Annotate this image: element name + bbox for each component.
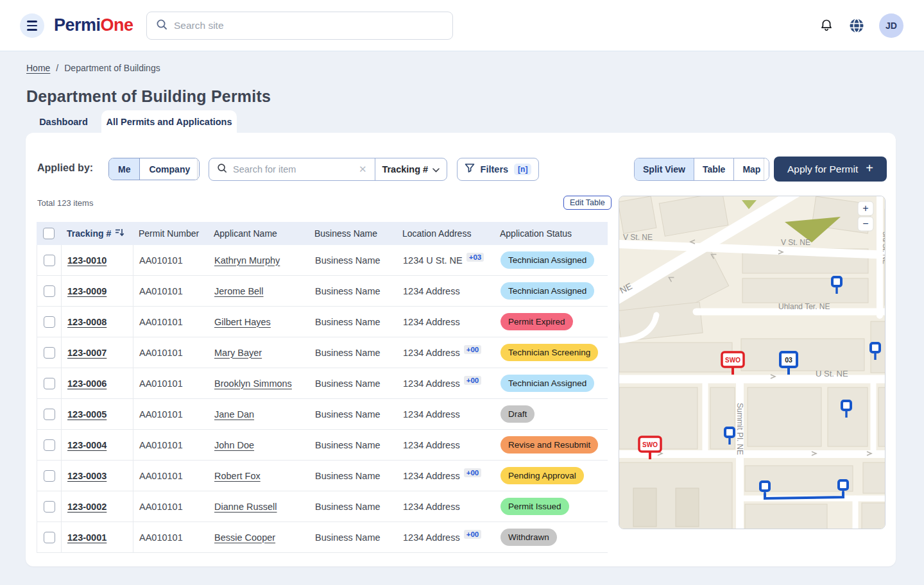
- map-canvas: V St. NE V St. NE NE Uhland Ter. NE U St…: [619, 196, 886, 529]
- permit-number: AA010101: [139, 255, 183, 266]
- page-title: Department of Building Permits: [26, 87, 271, 106]
- location-address: 1234 Address: [403, 471, 460, 481]
- applicant-name-link[interactable]: Gilbert Hayes: [214, 317, 271, 327]
- tracking-number-link[interactable]: 123-0005: [67, 409, 107, 420]
- permit-number: AA010101: [139, 502, 183, 512]
- tab-all-permits[interactable]: All Permits and Applications: [101, 110, 237, 133]
- column-header-tracking[interactable]: Tracking #: [61, 228, 133, 239]
- applicant-name-link[interactable]: Mary Bayer: [214, 348, 262, 358]
- street-label: V St. NE: [623, 233, 653, 242]
- notifications-bell-icon[interactable]: [819, 18, 834, 33]
- row-checkbox[interactable]: [44, 439, 55, 451]
- tracking-number-link[interactable]: 123-0001: [67, 532, 107, 543]
- applicant-name-link[interactable]: Brooklyn Simmons: [214, 378, 292, 389]
- row-checkbox[interactable]: [44, 316, 55, 328]
- applicant-name-link[interactable]: John Doe: [214, 440, 254, 450]
- table-row: 123-0009 AA010101 Jerome Bell Business N…: [37, 276, 608, 307]
- app-logo[interactable]: PermiOne: [54, 15, 133, 35]
- status-badge: Technician Assigned: [501, 375, 594, 392]
- edit-table-button[interactable]: Edit Table: [563, 196, 612, 210]
- applied-by-company-option[interactable]: Company: [139, 158, 199, 180]
- applied-by-toggle: Me Company: [108, 158, 200, 180]
- row-checkbox[interactable]: [44, 470, 55, 482]
- street-label: U St. NE: [816, 369, 848, 378]
- svg-text:SWO: SWO: [642, 441, 658, 448]
- business-name: Business Name: [315, 378, 381, 389]
- applied-by-label: Applied by:: [37, 162, 93, 174]
- search-icon: [217, 163, 227, 176]
- permit-number: AA010101: [139, 440, 183, 450]
- address-count-badge[interactable]: +00: [464, 376, 482, 385]
- table-row: 123-0007 AA010101 Mary Bayer Business Na…: [37, 337, 608, 368]
- business-name: Business Name: [315, 471, 381, 481]
- status-badge: Technician Assigned: [501, 282, 594, 300]
- select-all-checkbox[interactable]: [43, 228, 55, 239]
- address-count-badge[interactable]: +00: [464, 345, 482, 354]
- toolbar-divider: [197, 158, 198, 180]
- total-items-label: Total 123 items: [37, 198, 93, 208]
- tracking-number-link[interactable]: 123-0008: [67, 317, 107, 327]
- applicant-name-link[interactable]: Kathryn Murphy: [214, 255, 280, 266]
- address-count-badge[interactable]: +00: [464, 530, 482, 539]
- row-checkbox[interactable]: [44, 347, 55, 359]
- map-panel[interactable]: V St. NE V St. NE NE Uhland Ter. NE U St…: [619, 196, 886, 529]
- tracking-number-link[interactable]: 123-0004: [67, 440, 107, 450]
- location-address: 1234 Address: [403, 440, 460, 450]
- site-search-input[interactable]: [174, 20, 443, 31]
- item-search-input[interactable]: [233, 164, 353, 174]
- plus-icon: +: [866, 161, 873, 176]
- column-header-location-address: Location Address: [397, 228, 494, 239]
- tab-dashboard[interactable]: Dashboard: [26, 110, 101, 133]
- view-split-option[interactable]: Split View: [635, 158, 694, 180]
- zoom-out-icon[interactable]: −: [862, 218, 868, 229]
- row-checkbox[interactable]: [44, 285, 55, 297]
- address-count-badge[interactable]: +00: [464, 468, 482, 477]
- address-count-badge[interactable]: +03: [466, 253, 484, 262]
- breadcrumb-current: Department of Buildings: [64, 63, 160, 73]
- breadcrumb-home-link[interactable]: Home: [26, 63, 50, 73]
- tracking-number-link[interactable]: 123-0009: [67, 286, 107, 296]
- apply-for-permit-button[interactable]: Apply for Permit +: [774, 157, 887, 182]
- applicant-name-link[interactable]: Jerome Bell: [214, 286, 264, 296]
- tracking-number-link[interactable]: 123-0002: [67, 502, 107, 512]
- hamburger-menu-button[interactable]: [20, 13, 44, 38]
- filters-button[interactable]: Filters [n]: [457, 158, 539, 181]
- language-globe-icon[interactable]: [848, 17, 865, 34]
- tracking-number-link[interactable]: 123-0010: [67, 255, 107, 266]
- applied-by-me-option[interactable]: Me: [109, 158, 139, 180]
- location-address: 1234 Address: [403, 409, 460, 420]
- breadcrumb: Home / Department of Buildings: [26, 63, 160, 73]
- toolbar-divider: [764, 158, 764, 180]
- zoom-in-icon[interactable]: +: [862, 203, 868, 214]
- applicant-name-link[interactable]: Bessie Cooper: [214, 532, 275, 543]
- permits-table: Tracking # Permit Number Applicant Name …: [37, 222, 608, 553]
- clear-search-icon[interactable]: ✕: [359, 164, 367, 175]
- search-category-select[interactable]: Tracking #: [375, 158, 447, 180]
- logo-text-accent: One: [101, 15, 133, 35]
- applicant-name-link[interactable]: Dianne Russell: [214, 502, 277, 512]
- table-header-row: Tracking # Permit Number Applicant Name …: [37, 222, 608, 245]
- status-badge: Draft: [501, 405, 535, 423]
- status-badge: Technician Assigned: [501, 251, 594, 269]
- table-row: 123-0003 AA010101 Robert Fox Business Na…: [37, 461, 608, 491]
- table-body: 123-0010 AA010101 Kathryn Murphy Busines…: [37, 245, 608, 553]
- tracking-number-link[interactable]: 123-0007: [67, 348, 107, 358]
- location-address: 1234 Address: [403, 378, 460, 389]
- row-checkbox[interactable]: [44, 378, 55, 389]
- row-checkbox[interactable]: [44, 532, 55, 543]
- filter-funnel-icon: [465, 163, 475, 176]
- tracking-number-link[interactable]: 123-0003: [67, 471, 107, 481]
- row-checkbox[interactable]: [44, 501, 55, 513]
- tracking-number-link[interactable]: 123-0006: [67, 378, 107, 389]
- business-name: Business Name: [315, 348, 381, 358]
- applicant-name-link[interactable]: Jane Dan: [214, 409, 254, 420]
- row-checkbox[interactable]: [44, 255, 55, 266]
- permit-number: AA010101: [139, 378, 183, 389]
- location-address: 1234 Address: [403, 348, 460, 358]
- user-avatar[interactable]: JD: [879, 13, 903, 38]
- view-table-option[interactable]: Table: [694, 158, 734, 180]
- row-checkbox[interactable]: [44, 409, 55, 420]
- business-name: Business Name: [315, 286, 381, 296]
- applicant-name-link[interactable]: Robert Fox: [214, 471, 261, 481]
- street-label: Summit Pl. NE: [735, 403, 744, 455]
